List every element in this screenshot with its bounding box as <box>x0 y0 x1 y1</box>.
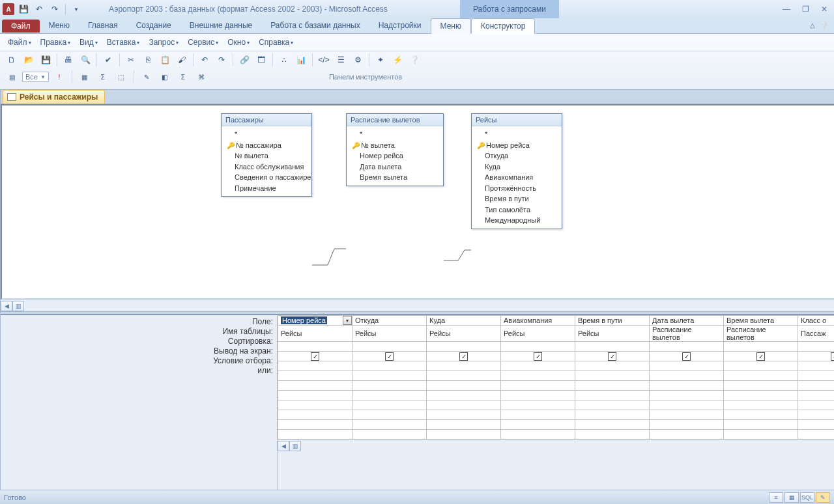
grid-cell[interactable] <box>427 371 501 381</box>
grid-cell[interactable] <box>352 391 427 400</box>
file-tab[interactable]: Файл <box>2 20 40 33</box>
grid-cell[interactable] <box>575 391 650 400</box>
grid-cell[interactable] <box>501 391 575 400</box>
grid-cell[interactable] <box>427 381 501 391</box>
grid-cell[interactable]: ✓ <box>278 352 352 361</box>
grid-cell[interactable] <box>352 410 427 420</box>
properties-icon[interactable]: ☰ <box>333 53 349 67</box>
field-row[interactable]: № вылета <box>227 150 306 161</box>
grid-cell[interactable] <box>798 371 835 381</box>
grid-cell[interactable] <box>427 410 501 420</box>
ribbon-minimize-icon[interactable]: △ <box>810 21 815 31</box>
field-row[interactable]: Протяжённость <box>477 183 556 194</box>
field-row[interactable]: Тип самолёта <box>477 204 556 216</box>
grid-cell[interactable] <box>427 391 501 400</box>
code-icon[interactable]: </> <box>316 53 332 67</box>
grid-cell[interactable] <box>278 361 352 371</box>
grid-columns[interactable]: Номер рейса▾ОткудаКудаАвиакомпанияВремя … <box>278 315 834 490</box>
grid-cell[interactable] <box>352 400 427 410</box>
parameters-icon[interactable]: ⌘ <box>194 70 209 84</box>
ribbon-tab[interactable]: Главная <box>79 18 127 33</box>
grid-cell[interactable] <box>650 371 724 381</box>
field-row[interactable]: Куда <box>477 161 556 173</box>
grid-cell[interactable] <box>501 420 575 430</box>
grid-cell[interactable]: Рейсы <box>427 326 501 342</box>
field-row[interactable]: Дата вылета <box>352 161 438 173</box>
grid-cell[interactable] <box>650 430 724 440</box>
help-icon[interactable]: ❔ <box>819 21 829 31</box>
table-box[interactable]: Расписание вылетов*🔑№ вылетаНомер рейсаД… <box>346 113 444 186</box>
undo-icon[interactable]: ↶ <box>33 3 46 16</box>
undo-icon[interactable]: ↶ <box>197 53 212 67</box>
field-row[interactable]: Откуда <box>477 150 556 161</box>
scroll-left-icon[interactable]: ◀ <box>278 441 289 451</box>
grid-cell[interactable]: Время вылета <box>724 316 798 326</box>
field-row[interactable]: Класс обслуживания <box>227 161 306 173</box>
grid-cell[interactable] <box>427 342 501 352</box>
checkbox[interactable]: ✓ <box>459 352 468 361</box>
grid-cell[interactable] <box>352 361 427 371</box>
query-type-icon[interactable]: ◧ <box>157 70 173 84</box>
ribbon-tab[interactable]: Меню <box>431 18 471 34</box>
grid-cell[interactable] <box>650 381 724 391</box>
field-row[interactable]: * <box>352 129 438 140</box>
view-button[interactable]: ≡ <box>769 492 783 503</box>
close-icon[interactable]: ✕ <box>821 5 827 14</box>
open-icon[interactable]: 📂 <box>21 53 36 67</box>
grid-cell[interactable] <box>724 420 798 430</box>
autoform-icon[interactable]: ⚡ <box>390 53 405 67</box>
format-painter-icon[interactable]: 🖌 <box>174 53 190 67</box>
analyze-icon[interactable]: 📊 <box>293 53 309 67</box>
grid-cell[interactable] <box>798 430 835 440</box>
grid-cell[interactable]: ✓ <box>427 352 501 361</box>
grid-cell[interactable] <box>427 420 501 430</box>
grid-cell[interactable] <box>501 371 575 381</box>
field-row[interactable]: * <box>477 129 556 140</box>
ribbon-menu[interactable]: Правка ▾ <box>36 36 75 48</box>
redo-icon[interactable]: ↷ <box>214 53 229 67</box>
field-row[interactable]: 🔑№ пассажира <box>227 140 306 151</box>
grid-cell[interactable] <box>798 410 835 420</box>
grid-cell[interactable]: Номер рейса▾ <box>278 316 352 326</box>
minimize-icon[interactable]: — <box>783 5 790 14</box>
grid-cell[interactable] <box>501 410 575 420</box>
ribbon-tab[interactable]: Внешние данные <box>180 18 262 33</box>
grid-cell[interactable] <box>278 410 352 420</box>
grid-cell[interactable] <box>278 371 352 381</box>
grid-cell[interactable]: Время в пути <box>575 316 650 326</box>
view-button[interactable]: SQL <box>800 492 814 503</box>
grid-cell[interactable]: Класс о <box>798 316 835 326</box>
ribbon-menu[interactable]: Вставка ▾ <box>103 36 144 48</box>
mode-combo[interactable]: Все▼ <box>22 72 49 82</box>
grid-cell[interactable]: ✓ <box>798 352 835 361</box>
grid-cell[interactable]: Авиакомпания <box>501 316 575 326</box>
table-header[interactable]: Расписание вылетов <box>347 114 443 126</box>
show-table-icon[interactable]: ▦ <box>77 70 93 84</box>
grid-cell[interactable] <box>650 420 724 430</box>
view-button[interactable]: ✎ <box>816 492 830 503</box>
table-header[interactable]: Рейсы <box>472 114 562 126</box>
grid-cell[interactable] <box>724 410 798 420</box>
scroll-thumb-icon[interactable]: ▥ <box>289 441 301 451</box>
grid-cell[interactable] <box>501 381 575 391</box>
ribbon-menu[interactable]: Сервис ▾ <box>184 36 222 48</box>
grid-cell[interactable] <box>798 361 835 371</box>
checkbox[interactable]: ✓ <box>756 352 765 361</box>
view-button[interactable]: ▦ <box>784 492 799 503</box>
dropdown-icon[interactable]: ▾ <box>343 316 352 325</box>
field-row[interactable]: 🔑Номер рейса <box>477 140 556 151</box>
grid-cell[interactable] <box>501 400 575 410</box>
ribbon-menu[interactable]: Вид ▾ <box>76 36 102 48</box>
grid-cell[interactable]: Пассаж <box>798 326 835 342</box>
grid-cell[interactable] <box>575 400 650 410</box>
grid-cell[interactable] <box>724 430 798 440</box>
grid-cell[interactable] <box>575 410 650 420</box>
grid-cell[interactable]: Расписание вылетов <box>650 326 724 342</box>
office-links-icon[interactable]: 🗔 <box>253 53 269 67</box>
grid-cell[interactable]: ✓ <box>575 352 650 361</box>
grid-cell[interactable]: Рейсы <box>352 326 427 342</box>
field-row[interactable]: Международный <box>477 215 556 226</box>
tables-diagram[interactable]: Пассажиры*🔑№ пассажира№ вылетаКласс обсл… <box>1 104 834 300</box>
restore-icon[interactable]: ❐ <box>802 5 809 14</box>
grid-cell[interactable] <box>352 342 427 352</box>
